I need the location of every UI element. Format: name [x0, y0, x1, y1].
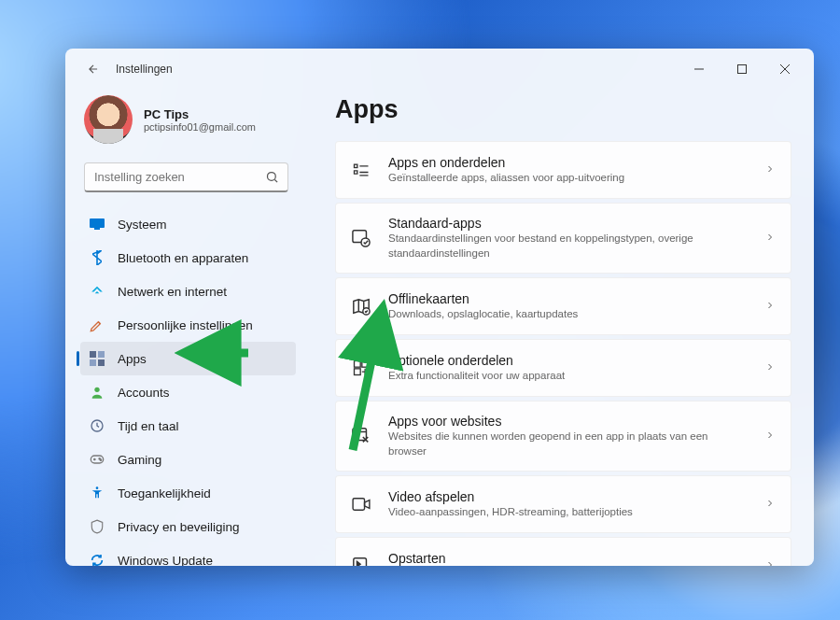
sidebar: PC Tips pctipsinfo01@gmail.com Systeem B…: [65, 90, 313, 566]
settings-window: Instellingen PC Tips pctipsinfo01@gmail.…: [65, 49, 814, 566]
map-icon: [351, 296, 371, 317]
card-offline-maps[interactable]: Offlinekaarten Downloads, opslaglocatie,…: [335, 277, 791, 335]
user-email: pctipsinfo01@gmail.com: [144, 121, 256, 133]
monitor-icon: [90, 217, 105, 232]
gamepad-icon: [90, 452, 105, 467]
card-title: Video afspelen: [388, 489, 748, 504]
svg-rect-7: [98, 359, 105, 366]
titlebar: Instellingen: [65, 49, 814, 90]
minimize-button[interactable]: [678, 54, 721, 84]
sidebar-item-label: Toegankelijkheid: [118, 486, 211, 500]
card-apps-features[interactable]: Apps en onderdelen Geïnstalleerde apps, …: [335, 141, 791, 199]
card-subtitle: Extra functionaliteit voor uw apparaat: [388, 369, 748, 384]
default-icon: [351, 228, 371, 248]
sidebar-item-apps[interactable]: Apps: [80, 342, 296, 375]
sidebar-item-label: Gaming: [118, 453, 161, 467]
sidebar-item-system[interactable]: Systeem: [80, 207, 296, 241]
svg-point-12: [100, 459, 101, 460]
card-subtitle: Downloads, opslaglocatie, kaartupdates: [388, 307, 748, 322]
apps-icon: [90, 351, 105, 366]
video-icon: [351, 494, 371, 514]
search-icon: [265, 170, 279, 188]
svg-rect-22: [353, 499, 364, 510]
sidebar-item-privacy[interactable]: Privacy en beveiliging: [80, 510, 296, 543]
startup-icon: [351, 556, 371, 566]
chevron-right-icon: [764, 557, 776, 566]
svg-point-8: [94, 388, 99, 392]
chevron-right-icon: [764, 230, 776, 247]
maximize-button[interactable]: [721, 54, 763, 84]
optional-icon: [351, 358, 371, 378]
person-icon: [90, 385, 105, 400]
sidebar-item-label: Bluetooth en apparaten: [118, 251, 248, 265]
sidebar-item-label: Privacy en beveiliging: [118, 520, 240, 534]
sidebar-item-label: Tijd en taal: [118, 419, 179, 433]
window-controls: [678, 54, 806, 84]
chevron-right-icon: [764, 359, 776, 376]
card-subtitle: Standaardinstellingen voor bestand en ko…: [388, 232, 748, 261]
card-title: Apps en onderdelen: [388, 155, 748, 170]
content-area: Apps Apps en onderdelen Geïnstalleerde a…: [313, 90, 814, 566]
chevron-right-icon: [764, 298, 776, 315]
card-title: Opstarten: [388, 551, 748, 566]
sidebar-item-label: Apps: [118, 352, 147, 366]
list-icon: [351, 160, 371, 180]
sidebar-item-time[interactable]: Tijd en taal: [80, 409, 296, 443]
svg-rect-5: [98, 351, 105, 358]
svg-rect-3: [94, 228, 100, 230]
wifi-icon: [90, 284, 105, 299]
chevron-right-icon: [764, 428, 776, 444]
sidebar-item-network[interactable]: Netwerk en internet: [80, 275, 296, 308]
svg-rect-20: [355, 369, 361, 375]
back-button[interactable]: [84, 60, 103, 78]
card-title: Apps voor websites: [388, 414, 748, 429]
sidebar-item-personalization[interactable]: Persoonlijke instellingen: [80, 308, 296, 342]
card-startup[interactable]: Opstarten Apps die automatisch worden ge…: [335, 537, 791, 566]
svg-rect-4: [90, 351, 96, 358]
sidebar-item-label: Netwerk en internet: [118, 285, 227, 299]
chevron-right-icon: [764, 496, 776, 513]
user-profile[interactable]: PC Tips pctipsinfo01@gmail.com: [65, 90, 305, 157]
sidebar-item-accounts[interactable]: Accounts: [80, 375, 296, 409]
update-icon: [90, 553, 105, 566]
svg-point-13: [96, 486, 99, 489]
accessibility-icon: [90, 486, 105, 500]
shield-icon: [90, 519, 105, 534]
svg-rect-14: [355, 164, 357, 167]
page-title: Apps: [335, 95, 791, 124]
card-default-apps[interactable]: Standaard-apps Standaardinstellingen voo…: [335, 203, 791, 274]
search-input[interactable]: [84, 162, 288, 192]
app-title: Instellingen: [116, 63, 173, 76]
card-title: Offlinekaarten: [388, 291, 748, 306]
sidebar-item-gaming[interactable]: Gaming: [80, 443, 296, 476]
svg-rect-18: [355, 361, 361, 368]
svg-rect-0: [738, 65, 747, 74]
card-subtitle: Geïnstalleerde apps, aliassen voor app-u…: [388, 171, 748, 186]
card-optional[interactable]: Optionele onderdelen Extra functionalite…: [335, 339, 791, 397]
card-websites[interactable]: Apps voor websites Websites die kunnen w…: [335, 401, 791, 472]
settings-cards: Apps en onderdelen Geïnstalleerde apps, …: [335, 141, 791, 566]
close-button[interactable]: [763, 54, 806, 84]
svg-point-1: [268, 173, 276, 181]
avatar: [84, 95, 133, 144]
user-name: PC Tips: [144, 107, 256, 121]
sidebar-item-label: Accounts: [118, 386, 170, 400]
bluetooth-icon: [90, 250, 105, 265]
search-box[interactable]: [84, 162, 288, 192]
nav-list: Systeem Bluetooth en apparaten Netwerk e…: [65, 202, 305, 566]
sidebar-item-label: Persoonlijke instellingen: [118, 318, 253, 332]
clock-icon: [90, 418, 105, 433]
sidebar-item-label: Windows Update: [118, 554, 213, 567]
website-icon: [351, 426, 371, 446]
sidebar-item-label: Systeem: [118, 218, 167, 232]
sidebar-item-bluetooth[interactable]: Bluetooth en apparaten: [80, 241, 296, 275]
chevron-right-icon: [764, 162, 776, 178]
sidebar-item-update[interactable]: Windows Update: [80, 543, 296, 566]
brush-icon: [90, 317, 105, 332]
card-video[interactable]: Video afspelen Video-aanpassingen, HDR-s…: [335, 475, 791, 533]
card-title: Optionele onderdelen: [388, 353, 748, 368]
svg-rect-19: [362, 361, 369, 368]
sidebar-item-accessibility[interactable]: Toegankelijkheid: [80, 476, 296, 510]
svg-rect-2: [90, 218, 105, 228]
card-title: Standaard-apps: [388, 216, 748, 231]
